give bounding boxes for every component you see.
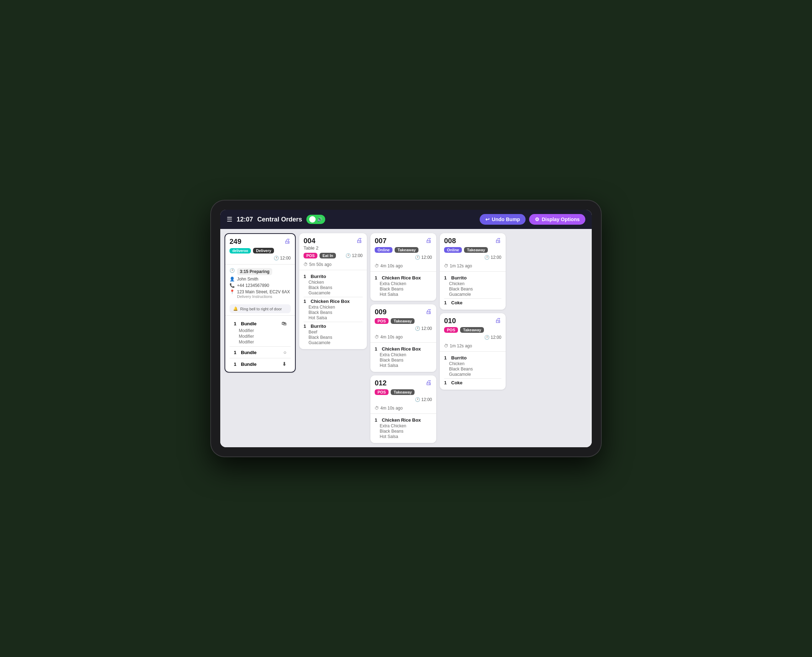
time-badge-249: 🕐 12:00 (273, 255, 291, 261)
toggle-dot (309, 216, 315, 223)
clock-icon: 🕐 (230, 268, 235, 273)
item-name-007-1: Chicken Rice Box (382, 275, 421, 280)
bundle-row-1: 1 Bundle 🛍 (230, 319, 291, 328)
bundle-qty-3: 1 (234, 361, 239, 367)
timer-icon-004: ⏱ (303, 262, 308, 267)
item-qty-008-2: 1 (444, 300, 449, 305)
print-icon-249[interactable]: 🖨 (284, 238, 291, 245)
active-toggle[interactable]: 🔊 (306, 215, 325, 224)
badges-008: Online Takeaway 🕐 12:00 (440, 247, 506, 262)
badge-online-007: Online (375, 247, 392, 253)
timer-row-012: ⏱ 4m 10s ago (370, 404, 436, 412)
print-icon-007[interactable]: 🖨 (426, 237, 432, 244)
mod-008-1a: Chicken (444, 281, 501, 286)
order-items-007: 1 Chicken Rice Box Extra Chicken Black B… (370, 273, 436, 301)
mod-012-1b: Black Beans (375, 429, 432, 434)
order-card-008[interactable]: 008 🖨 Online Takeaway 🕐 12:00 ⏱ 1m 12s a… (440, 233, 506, 310)
item-name-004-2: Chicken Rice Box (311, 299, 350, 304)
badge-pos-010: POS (444, 327, 458, 333)
print-icon-010[interactable]: 🖨 (495, 317, 501, 324)
column-007-009-012: 007 🖨 Online Takeaway 🕐 12:00 ⏱ 4m 10s a… (370, 233, 436, 443)
mod-008-1b: Black Beans (444, 286, 501, 291)
note-text: Ring bell to right of door (240, 307, 282, 311)
badge-online-008: Online (444, 247, 462, 253)
bundle-qty-2: 1 (234, 350, 239, 355)
order-items-010: 1 Burrito Chicken Black Beans Guacamole … (440, 353, 506, 390)
badge-pos-012: POS (375, 389, 389, 395)
item-name-004-3: Burrito (311, 324, 326, 329)
card-header-008: 008 🖨 (440, 233, 506, 247)
badge-pos-009: POS (375, 318, 389, 324)
menu-icon[interactable]: ☰ (226, 215, 233, 223)
divider-010 (440, 351, 506, 352)
item-qty-012-1: 1 (375, 417, 379, 423)
customer-name: John Smith (237, 277, 258, 282)
person-icon: 👤 (230, 277, 235, 282)
card-header-012: 012 🖨 (370, 375, 436, 389)
phone-row: 📞 +44 1234567890 (230, 283, 291, 288)
order-number-004: 004 (303, 237, 319, 245)
badge-deliveroo-249: deliveroo (230, 248, 251, 254)
header-right: ↩ Undo Bump ⚙ Display Options (479, 214, 586, 225)
divider-009 (370, 343, 436, 343)
item-name-004-1: Burrito (311, 274, 326, 279)
item-name-010-2: Coke (451, 380, 462, 385)
column-004: 004 Table 2 🖨 POS Eat In 🕐 12:00 ⏱ 5m 50… (299, 233, 367, 443)
order-number-249: 249 (230, 238, 241, 246)
order-card-012[interactable]: 012 🖨 POS Takeaway 🕐 12:00 ⏱ 4m 10s ago (370, 375, 436, 443)
address-text: 123 Main Street, EC2V 6AX (237, 290, 290, 294)
divider-004-2 (303, 322, 362, 322)
location-icon: 📍 (230, 290, 235, 294)
time-badge-007: 🕐 12:00 (415, 255, 432, 260)
header-time: 12:07 (237, 216, 253, 223)
undo-bump-button[interactable]: ↩ Undo Bump (479, 214, 526, 225)
mod-004-1b: Black Beans (303, 285, 362, 290)
time-badge-010: 🕐 12:00 (484, 335, 501, 340)
item-row-007-1: 1 Chicken Rice Box (375, 275, 432, 280)
order-card-009[interactable]: 009 🖨 POS Takeaway 🕐 12:00 ⏱ 4m 10s ago (370, 304, 436, 372)
timer-row-007: ⏱ 4m 10s ago (370, 262, 436, 270)
timer-icon-007: ⏱ (375, 263, 379, 268)
item-qty-004-2: 1 (303, 299, 309, 304)
timer-text-009: 4m 10s ago (380, 335, 403, 339)
phone-icon: 📞 (230, 283, 235, 288)
item-row-004-1: 1 Burrito (303, 274, 362, 279)
mod-004-3c: Guacamole (303, 340, 362, 345)
item-name-009-1: Chicken Rice Box (382, 346, 421, 352)
item-row-009-1: 1 Chicken Rice Box (375, 346, 432, 352)
item-qty-009-1: 1 (375, 346, 379, 352)
badges-009: POS Takeaway 🕐 12:00 (370, 318, 436, 333)
item-qty-007-1: 1 (375, 275, 379, 280)
order-items-249: 1 Bundle 🛍 Modifier Modifier Modifier 1 … (225, 317, 295, 372)
bundle-row-2: 1 Bundle ○ (230, 348, 291, 357)
print-icon-009[interactable]: 🖨 (426, 308, 432, 315)
mod-009-1b: Black Beans (375, 358, 432, 363)
timer-row-009: ⏱ 4m 10s ago (370, 333, 436, 341)
badge-pos-004: POS (303, 253, 317, 258)
order-items-012: 1 Chicken Rice Box Extra Chicken Black B… (370, 415, 436, 443)
badges-249: deliveroo Delivery 🕐 12:00 (225, 248, 295, 263)
print-icon-012[interactable]: 🖨 (426, 379, 432, 386)
timer-text-012: 4m 10s ago (380, 406, 403, 411)
badge-takeaway-012: Takeaway (391, 389, 415, 395)
undo-icon: ↩ (486, 216, 490, 222)
order-card-010[interactable]: 010 🖨 POS Takeaway 🕐 12:00 ⏱ 1m 12s ago (440, 313, 506, 390)
item-qty-010-2: 1 (444, 380, 449, 385)
header-bar: ☰ 12:07 Central Orders 🔊 ↩ Undo Bump ⚙ D… (220, 210, 592, 229)
address-row: 📍 123 Main Street, EC2V 6AX Delivery Ins… (230, 290, 291, 299)
print-icon-004[interactable]: 🖨 (356, 237, 362, 244)
order-card-007[interactable]: 007 🖨 Online Takeaway 🕐 12:00 ⏱ 4m 10s a… (370, 233, 436, 301)
bundle-name-3: Bundle (241, 361, 256, 367)
order-card-249[interactable]: 249 🖨 deliveroo Delivery 🕐 12:00 🕐 3:15 (225, 233, 296, 372)
display-options-button[interactable]: ⚙ Display Options (529, 214, 586, 225)
modifier-1a: Modifier (230, 328, 291, 333)
divider-008-1 (444, 298, 501, 299)
order-card-004[interactable]: 004 Table 2 🖨 POS Eat In 🕐 12:00 ⏱ 5m 50… (299, 233, 367, 349)
print-icon-008[interactable]: 🖨 (495, 237, 501, 244)
bag-icon: 🛍 (281, 321, 286, 326)
badges-012: POS Takeaway 🕐 12:00 (370, 389, 436, 404)
card-header-007: 007 🖨 (370, 233, 436, 247)
order-number-008: 008 (444, 237, 456, 245)
tablet-screen: ☰ 12:07 Central Orders 🔊 ↩ Undo Bump ⚙ D… (220, 210, 592, 447)
item-row-008-2: 1 Coke (444, 300, 501, 305)
